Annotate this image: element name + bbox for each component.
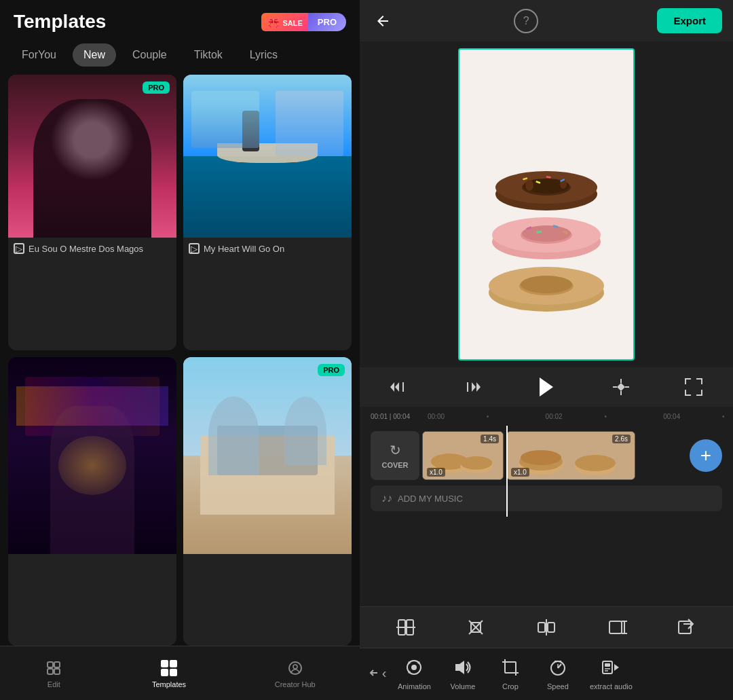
svg-point-27 xyxy=(525,180,533,191)
animation-tool[interactable]: Animation xyxy=(390,651,439,695)
extract-audio-tool[interactable]: extract audio xyxy=(582,651,641,695)
playhead xyxy=(506,426,508,517)
left-panel: Templates 🎀 SALE PRO ForYou New Couple T… xyxy=(0,0,360,700)
split-tool-button[interactable] xyxy=(391,612,421,642)
fullscreen-button[interactable] xyxy=(681,375,706,399)
svg-point-69 xyxy=(408,671,411,674)
split-audio-button[interactable] xyxy=(531,612,561,642)
sale-badge: 🎀 SALE PRO xyxy=(261,13,346,31)
svg-rect-6 xyxy=(161,669,168,676)
tab-new[interactable]: New xyxy=(73,43,116,67)
timeline-ruler: 00:01 | 00:04 00:00 00:02 00:04 • • • xyxy=(360,407,733,426)
add-clip-button[interactable]: + xyxy=(690,439,722,472)
music-note-icon: ♪♪ xyxy=(381,492,392,504)
redo-button[interactable] xyxy=(459,375,484,399)
preview-area xyxy=(360,41,733,367)
sale-tag[interactable]: 🎀 SALE xyxy=(261,13,307,31)
rewind-button[interactable] xyxy=(387,375,411,399)
tab-couple[interactable]: Couple xyxy=(121,43,178,67)
tab-foryou[interactable]: ForYou xyxy=(11,43,67,67)
speed-label: Speed xyxy=(547,682,569,690)
tab-lyrics[interactable]: Lyrics xyxy=(239,43,288,67)
bottom-nav: Edit Templates Creator Hub xyxy=(0,646,360,700)
svg-rect-81 xyxy=(605,663,610,667)
svg-point-14 xyxy=(521,276,572,293)
donut-preview xyxy=(472,75,621,333)
video-icon-1: ▷ xyxy=(14,243,24,254)
editor-back-button[interactable]: ‹ xyxy=(365,661,390,685)
help-button[interactable]: ? xyxy=(514,9,538,33)
svg-rect-56 xyxy=(538,623,545,632)
nav-label-templates: Templates xyxy=(152,680,186,688)
template-card-4[interactable]: PRO xyxy=(183,357,352,646)
svg-rect-4 xyxy=(161,660,168,667)
video-icon-2: ▷ xyxy=(189,243,200,254)
svg-rect-0 xyxy=(48,662,53,667)
pro-tag[interactable]: PRO xyxy=(308,13,346,31)
card-label-1: ▷ Eu Sou O Mestre Dos Magos xyxy=(8,238,176,258)
timeline-area: 00:01 | 00:04 00:00 00:02 00:04 • • • ↻ … xyxy=(360,407,733,606)
svg-rect-1 xyxy=(48,669,53,674)
nav-label-creator-hub: Creator Hub xyxy=(275,680,316,688)
svg-point-49 xyxy=(575,455,616,471)
speed-tool[interactable]: Speed xyxy=(534,651,582,695)
video-clip-2[interactable]: 2.6s x1.0 xyxy=(506,431,635,480)
templates-grid: PRO ▷ Eu Sou O Mestre Dos Magos ▷ My Hea… xyxy=(0,75,360,700)
svg-marker-38 xyxy=(617,383,625,391)
svg-point-47 xyxy=(521,450,561,465)
editor-bottom-nav: ‹ Animation xyxy=(360,648,733,700)
svg-rect-2 xyxy=(54,662,60,667)
clip2-speed: x1.0 xyxy=(511,468,529,477)
creator-hub-icon xyxy=(286,659,305,678)
video-track: 1.4s x1.0 xyxy=(422,431,687,480)
cover-label: COVER xyxy=(381,461,408,469)
preview-canvas xyxy=(458,48,635,361)
video-clip-1[interactable]: 1.4s x1.0 xyxy=(422,431,504,480)
svg-marker-33 xyxy=(540,377,553,397)
templates-icon xyxy=(159,659,178,678)
svg-rect-80 xyxy=(603,661,612,674)
svg-marker-70 xyxy=(455,661,464,674)
clip1-speed: x1.0 xyxy=(427,468,445,477)
svg-point-9 xyxy=(293,665,297,669)
svg-point-68 xyxy=(417,661,420,664)
page-title: Templates xyxy=(14,11,106,33)
cover-thumbnail[interactable]: ↻ COVER xyxy=(371,431,419,480)
animation-label: Animation xyxy=(398,682,431,690)
clip1-duration: 1.4s xyxy=(481,435,499,443)
trim-tool-button[interactable] xyxy=(461,612,491,642)
play-button[interactable] xyxy=(532,373,561,401)
nav-item-templates[interactable]: Templates xyxy=(138,653,200,694)
back-button[interactable] xyxy=(371,9,395,33)
volume-tool[interactable]: Volume xyxy=(439,651,487,695)
right-header: ? Export xyxy=(360,0,733,41)
nav-item-creator-hub[interactable]: Creator Hub xyxy=(261,653,329,694)
speed-icon xyxy=(546,655,570,680)
extract-audio-icon xyxy=(599,655,623,680)
refresh-icon: ↻ xyxy=(390,442,401,458)
export-button[interactable]: Export xyxy=(657,8,722,33)
tab-tiktok[interactable]: Tiktok xyxy=(183,43,233,67)
template-card-1[interactable]: PRO ▷ Eu Sou O Mestre Dos Magos xyxy=(8,75,176,350)
edit-tools-row xyxy=(360,606,733,648)
nav-item-edit[interactable]: Edit xyxy=(31,653,77,694)
crop-icon xyxy=(498,655,523,680)
svg-rect-71 xyxy=(505,662,516,673)
extract-audio-label: extract audio xyxy=(590,682,633,690)
svg-point-66 xyxy=(411,665,417,670)
card-label-2: ▷ My Heart Will Go On xyxy=(183,238,352,258)
left-header: Templates 🎀 SALE PRO xyxy=(0,0,360,38)
svg-rect-5 xyxy=(170,660,177,667)
animation-icon xyxy=(402,655,426,680)
pro-badge-4: PRO xyxy=(318,364,345,376)
template-card-2[interactable]: ▷ My Heart Will Go On xyxy=(183,75,352,350)
template-card-3[interactable] xyxy=(8,357,176,646)
magic-button[interactable] xyxy=(609,375,633,399)
crop-tool[interactable]: Crop xyxy=(487,651,534,695)
add-music-label: ADD MY MUSIC xyxy=(398,494,463,504)
music-track[interactable]: ♪♪ ADD MY MUSIC xyxy=(371,485,722,511)
trim-end-button[interactable] xyxy=(602,612,632,642)
share-tool-button[interactable] xyxy=(672,612,702,642)
edit-icon xyxy=(44,659,63,678)
svg-rect-7 xyxy=(170,669,177,676)
